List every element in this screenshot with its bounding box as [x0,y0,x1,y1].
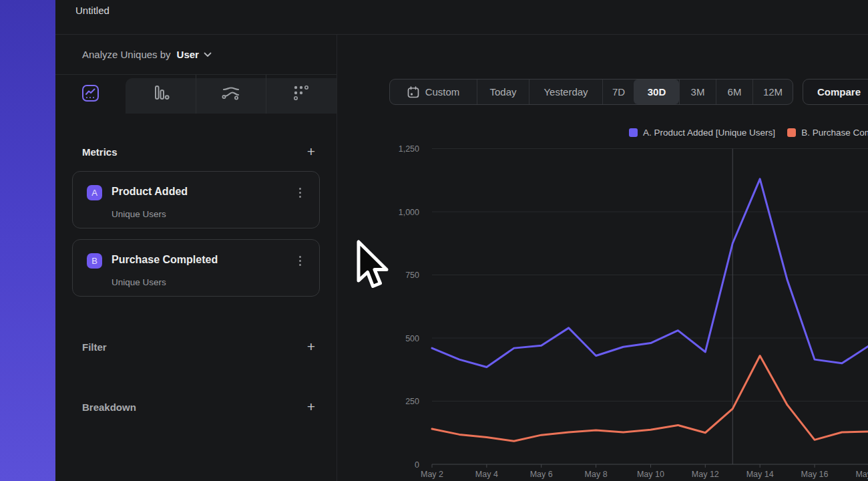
svg-text:May 16: May 16 [801,470,829,479]
svg-text:750: 750 [405,271,419,280]
svg-text:May 4: May 4 [475,470,498,479]
svg-text:250: 250 [405,397,419,406]
svg-text:May 10: May 10 [637,470,664,479]
svg-text:May 6: May 6 [530,470,553,479]
svg-text:0: 0 [415,460,419,470]
timeseries-chart[interactable]: 02505007501,0001,250May 2May 4May 6May 8… [0,0,868,481]
svg-text:May 8: May 8 [585,470,608,479]
app-window: Untitled Analyze Uniques by User [0,0,868,481]
svg-text:1,250: 1,250 [399,144,419,154]
svg-text:May 12: May 12 [692,470,719,479]
svg-text:500: 500 [405,334,419,343]
svg-text:1,000: 1,000 [399,208,419,217]
svg-text:May 2: May 2 [421,470,443,479]
svg-text:May 14: May 14 [746,470,774,479]
svg-text:May 18: May 18 [855,470,868,479]
